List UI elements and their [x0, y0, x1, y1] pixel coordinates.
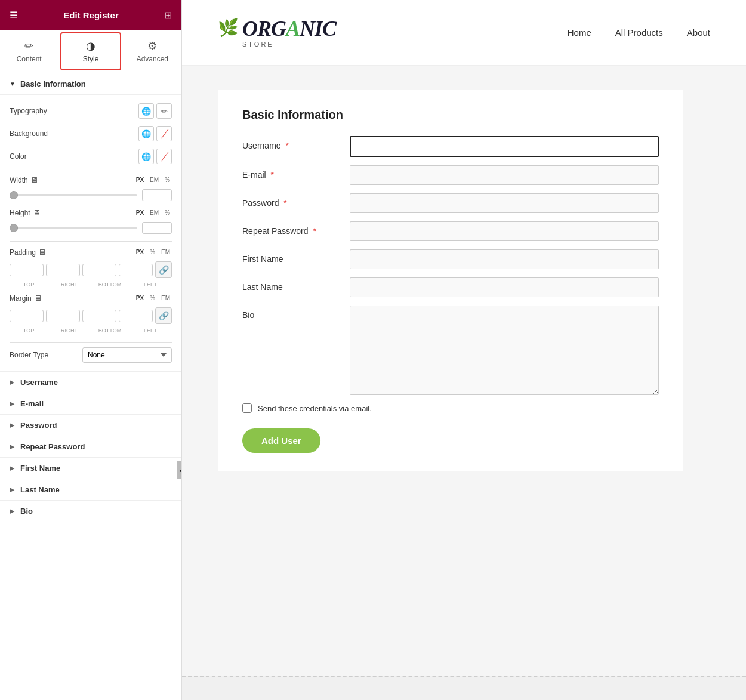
height-value-input[interactable] [142, 222, 172, 234]
logo-leaf-icon: 🌿 [218, 18, 239, 38]
padding-unit-pct[interactable]: % [148, 248, 157, 256]
field-section-password[interactable]: ▶Password [0, 415, 181, 436]
width-unit-pct[interactable]: % [163, 176, 172, 184]
padding-top-input[interactable] [10, 264, 44, 276]
height-row: Height 🖥 PX EM % [10, 203, 172, 220]
margin-link-btn[interactable]: 🔗 [155, 307, 172, 324]
required-username: * [285, 141, 288, 150]
nav-home[interactable]: Home [568, 27, 591, 38]
add-user-button[interactable]: Add User [242, 428, 320, 453]
logo-subtitle: STORE [242, 41, 336, 48]
padding-bottom-label: BOTTOM [91, 282, 129, 288]
padding-left-label: LEFT [131, 282, 169, 288]
section-arrow: ▼ [10, 81, 16, 87]
color-row: Color 🌐 ╱ [10, 145, 172, 168]
margin-top-input[interactable] [10, 310, 44, 322]
margin-unit-em[interactable]: EM [159, 294, 172, 302]
typography-edit-btn[interactable]: ✏ [156, 103, 172, 119]
background-globe-btn[interactable]: 🌐 [138, 126, 154, 141]
margin-unit-pct[interactable]: % [148, 294, 157, 302]
required-password: * [283, 198, 286, 208]
width-unit-px[interactable]: PX [134, 176, 146, 184]
hamburger-icon[interactable]: ☰ [10, 10, 18, 21]
typography-label: Typography [10, 107, 138, 115]
field-arrow-3: ▶ [10, 443, 14, 450]
tab-content[interactable]: ✏ Content [0, 30, 58, 73]
typography-globe-btn[interactable]: 🌐 [138, 103, 154, 119]
input-username[interactable] [350, 136, 659, 157]
panel-collapse-handle[interactable]: ◀ [177, 461, 182, 479]
padding-left-input[interactable] [119, 264, 153, 276]
padding-unit-px[interactable]: PX [134, 248, 146, 256]
color-slash-btn[interactable]: ╱ [156, 149, 172, 164]
label-email: E-mail * [242, 165, 350, 180]
tab-style[interactable]: ◑ Style [60, 32, 121, 70]
margin-inputs: 🔗 [10, 305, 172, 326]
label-repeat-password: Repeat Password * [242, 221, 350, 236]
nav-about[interactable]: About [687, 27, 710, 38]
padding-bottom-input[interactable] [82, 264, 116, 276]
padding-link-btn[interactable]: 🔗 [155, 261, 172, 278]
monitor-icon: 🖥 [30, 175, 38, 184]
width-unit-em[interactable]: EM [148, 176, 161, 184]
input-first-name[interactable] [350, 249, 659, 269]
field-section-repeat-password[interactable]: ▶Repeat Password [0, 436, 181, 458]
margin-right-input[interactable] [46, 310, 80, 322]
panel-header: ☰ Edit Register ⊞ [0, 0, 181, 30]
background-row: Background 🌐 ╱ [10, 122, 172, 145]
border-type-select[interactable]: None Solid Dashed Dotted Double [82, 347, 172, 363]
nav-all-products[interactable]: All Products [615, 27, 663, 38]
height-units: PX EM % [134, 209, 172, 217]
input-last-name[interactable] [350, 277, 659, 297]
logo-area: 🌿 ORGANIC STORE [218, 18, 336, 48]
panel-title: Edit Register [63, 10, 119, 20]
label-bio: Bio [242, 306, 350, 320]
field-section-username[interactable]: ▶Username [0, 372, 181, 393]
margin-bottom-label: BOTTOM [91, 328, 129, 334]
width-slider[interactable] [10, 194, 137, 196]
height-slider[interactable] [10, 227, 137, 229]
input-email[interactable] [350, 165, 659, 185]
height-unit-em[interactable]: EM [148, 209, 161, 217]
margin-bottom-input[interactable] [82, 310, 116, 322]
margin-unit-px[interactable]: PX [134, 294, 146, 302]
field-arrow-2: ▶ [10, 422, 14, 428]
tab-advanced[interactable]: ⚙ Advanced [124, 30, 181, 73]
form-row-password: Password * [242, 193, 659, 213]
input-repeat-password[interactable] [350, 221, 659, 241]
margin-right-label: RIGHT [50, 328, 88, 334]
grid-icon[interactable]: ⊞ [164, 10, 172, 21]
height-unit-px[interactable]: PX [134, 209, 146, 217]
left-panel: ☰ Edit Register ⊞ ✏ Content ◑ Style ⚙ Ad… [0, 0, 182, 700]
site-nav: Home All Products About [568, 27, 710, 38]
color-globe-btn[interactable]: 🌐 [138, 149, 154, 164]
panel-tabs: ✏ Content ◑ Style ⚙ Advanced [0, 30, 181, 73]
width-label: Width 🖥 [10, 175, 57, 184]
padding-units: PX % EM [134, 248, 172, 256]
style-icon: ◑ [86, 39, 95, 53]
site-footer-bar [182, 676, 746, 700]
input-password[interactable] [350, 193, 659, 213]
input-bio[interactable] [350, 306, 659, 395]
width-value-input[interactable] [142, 189, 172, 201]
background-controls: 🌐 ╱ [138, 126, 172, 141]
margin-left-input[interactable] [119, 310, 153, 322]
field-section-e-mail[interactable]: ▶E-mail [0, 393, 181, 415]
background-label: Background [10, 129, 138, 138]
width-units: PX EM % [134, 176, 172, 184]
margin-top-label: TOP [10, 328, 48, 334]
height-unit-pct[interactable]: % [163, 209, 172, 217]
padding-right-input[interactable] [46, 264, 80, 276]
credentials-checkbox[interactable] [242, 403, 252, 413]
form-title: Basic Information [242, 108, 659, 122]
padding-unit-em[interactable]: EM [159, 248, 172, 256]
field-section-first-name[interactable]: ▶First Name [0, 458, 181, 479]
background-slash-btn[interactable]: ╱ [156, 126, 172, 141]
field-section-bio[interactable]: ▶Bio [0, 501, 181, 522]
color-controls: 🌐 ╱ [138, 149, 172, 164]
logo-top: 🌿 ORGANIC STORE [218, 18, 336, 48]
field-section-last-name[interactable]: ▶Last Name [0, 479, 181, 501]
width-slider-row [10, 187, 172, 203]
right-panel: 🌿 ORGANIC STORE Home All Products About … [182, 0, 746, 700]
section-basic-info[interactable]: ▼ Basic Information [0, 73, 181, 95]
